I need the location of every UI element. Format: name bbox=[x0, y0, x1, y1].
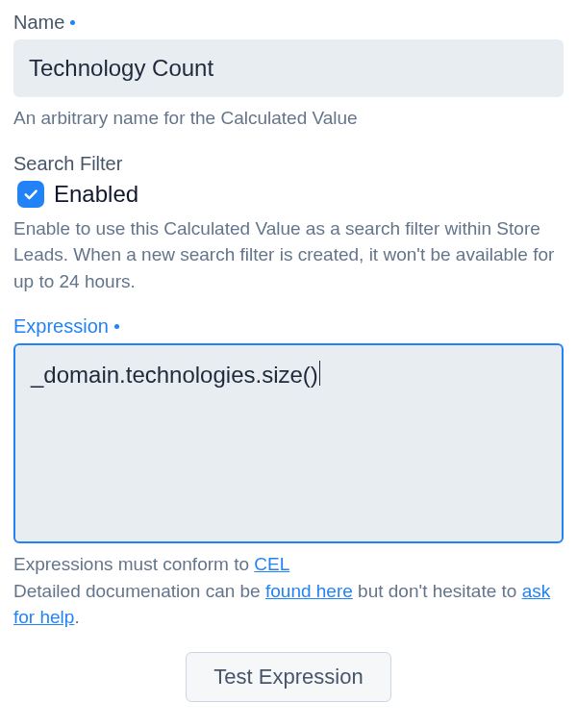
name-input[interactable] bbox=[13, 39, 564, 97]
cel-link[interactable]: CEL bbox=[254, 554, 289, 574]
test-expression-button[interactable]: Test Expression bbox=[186, 652, 390, 702]
enabled-checkbox-row[interactable]: Enabled bbox=[17, 181, 564, 208]
check-icon bbox=[22, 186, 39, 203]
expr-help-line2-prefix: Detailed documenation can be bbox=[13, 581, 265, 601]
expression-field-group: Expression _domain.technologies.size() E… bbox=[13, 315, 564, 631]
enabled-label: Enabled bbox=[54, 181, 138, 208]
expr-help-line2-middle: but don't hesitate to bbox=[353, 581, 522, 601]
required-dot-icon bbox=[114, 324, 119, 329]
button-row: Test Expression bbox=[13, 652, 564, 702]
search-filter-group: Search Filter Enabled Enable to use this… bbox=[13, 153, 564, 295]
search-filter-label-row: Search Filter bbox=[13, 153, 564, 175]
name-help-text: An arbitrary name for the Calculated Val… bbox=[13, 105, 564, 132]
expression-label: Expression bbox=[13, 315, 109, 338]
text-caret-icon bbox=[319, 361, 321, 386]
search-filter-label: Search Filter bbox=[13, 153, 122, 175]
name-label-row: Name bbox=[13, 12, 564, 34]
expression-help-text: Expressions must conform to CEL Detailed… bbox=[13, 551, 564, 631]
expr-help-line1-prefix: Expressions must conform to bbox=[13, 554, 254, 574]
expr-help-line2-suffix: . bbox=[74, 607, 79, 627]
search-filter-help-text: Enable to use this Calculated Value as a… bbox=[13, 215, 564, 295]
expression-label-row: Expression bbox=[13, 315, 564, 338]
name-label: Name bbox=[13, 12, 64, 34]
expression-textarea[interactable]: _domain.technologies.size() bbox=[13, 343, 564, 543]
expression-value: _domain.technologies.size() bbox=[31, 362, 318, 388]
found-here-link[interactable]: found here bbox=[265, 581, 353, 601]
name-field-group: Name An arbitrary name for the Calculate… bbox=[13, 12, 564, 132]
required-dot-icon bbox=[70, 20, 75, 25]
enabled-checkbox[interactable] bbox=[17, 181, 44, 208]
